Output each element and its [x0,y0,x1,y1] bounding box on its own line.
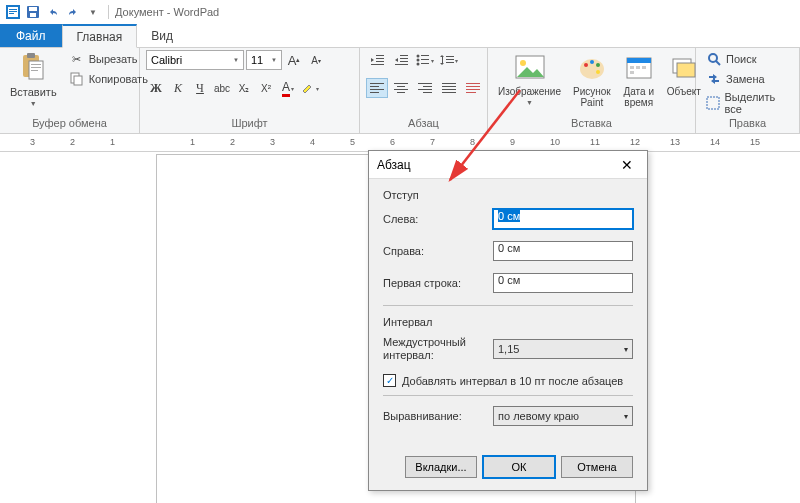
grow-font-button[interactable]: A▴ [284,50,304,70]
qat-customize-icon[interactable]: ▼ [84,3,102,21]
svg-rect-7 [30,13,36,17]
svg-rect-48 [442,89,456,90]
svg-rect-66 [630,71,634,74]
svg-rect-11 [31,64,41,65]
svg-rect-3 [9,11,17,12]
svg-point-60 [596,70,600,74]
insert-image-button[interactable]: Изображение▼ [494,50,565,108]
svg-rect-37 [370,92,379,93]
redo-icon[interactable] [64,3,82,21]
svg-rect-22 [400,61,408,62]
svg-rect-62 [627,58,651,63]
tab-view[interactable]: Вид [137,24,188,47]
close-button[interactable]: ✕ [615,153,639,177]
italic-button[interactable]: К [168,78,188,98]
align-left-button[interactable] [366,78,388,98]
svg-rect-45 [423,92,432,93]
shrink-font-button[interactable]: A▾ [306,50,326,70]
insert-paint-button[interactable]: Рисунок Paint [569,50,615,110]
svg-rect-4 [9,13,14,14]
dialog-titlebar: Абзац ✕ [369,151,647,179]
paragraph-dialog-button[interactable] [462,78,484,98]
tabs-button[interactable]: Вкладки... [405,456,477,478]
save-icon[interactable] [24,3,42,21]
chevron-down-icon: ▾ [624,345,628,354]
left-indent-label: Слева: [383,213,493,225]
underline-button[interactable]: Ч [190,78,210,98]
svg-point-24 [417,55,420,58]
window-title: Документ - WordPad [115,6,219,18]
tab-home[interactable]: Главная [62,24,138,48]
line-spacing-button[interactable]: ▾ [438,50,460,70]
svg-rect-52 [466,89,480,90]
increase-indent-button[interactable] [390,50,412,70]
copy-button[interactable]: Копировать [65,70,152,88]
alignment-label: Выравнивание: [383,410,493,422]
svg-rect-39 [397,86,405,87]
svg-line-70 [716,61,720,65]
svg-point-69 [709,54,717,62]
svg-rect-18 [376,61,384,62]
subscript-button[interactable]: X₂ [234,78,254,98]
firstline-indent-label: Первая строка: [383,277,493,289]
svg-rect-33 [446,62,454,63]
group-insert-label: Вставка [494,117,689,131]
chevron-down-icon: ▼ [233,57,239,63]
tab-file[interactable]: Файл [0,24,62,47]
svg-rect-15 [74,76,82,85]
font-name-combo[interactable]: Calibri▼ [146,50,244,70]
app-icon[interactable] [4,3,22,21]
indent-section-label: Отступ [383,189,633,201]
svg-rect-68 [677,63,695,77]
ribbon-tabs: Файл Главная Вид [0,24,800,48]
group-font: Calibri▼ 11▼ A▴ A▾ Ж К Ч abc X₂ X² A▾ ▾ … [140,48,360,133]
linespacing-combo[interactable]: 1,15▾ [493,339,633,359]
bullets-button[interactable]: ▾ [414,50,436,70]
svg-rect-32 [446,59,454,60]
paste-label: Вставить [10,86,57,98]
svg-rect-25 [421,55,429,56]
decrease-indent-button[interactable] [366,50,388,70]
group-paragraph: ▾ ▾ Абзац [360,48,488,133]
svg-rect-38 [394,83,408,84]
paste-icon [17,52,49,84]
svg-rect-41 [397,92,405,93]
strikethrough-button[interactable]: abc [212,78,232,98]
cancel-button[interactable]: Отмена [561,456,633,478]
replace-button[interactable]: Замена [702,70,793,88]
alignment-combo[interactable]: по левому краю▾ [493,406,633,426]
bold-button[interactable]: Ж [146,78,166,98]
undo-icon[interactable] [44,3,62,21]
align-center-button[interactable] [390,78,412,98]
svg-rect-16 [376,55,384,56]
group-clipboard-label: Буфер обмена [6,117,133,131]
paste-button[interactable]: Вставить ▼ [6,50,61,109]
insert-datetime-button[interactable]: Дата и время [619,50,659,110]
svg-point-57 [584,63,588,67]
find-button[interactable]: Поиск [702,50,793,68]
svg-rect-30 [442,57,443,63]
group-clipboard: Вставить ▼ ✂Вырезать Копировать Буфер об… [0,48,140,133]
svg-rect-47 [442,86,456,87]
ok-button[interactable]: ОК [483,456,555,478]
svg-rect-53 [466,92,476,93]
svg-rect-13 [31,70,38,71]
firstline-indent-input[interactable]: 0 см [493,273,633,293]
svg-rect-49 [442,92,456,93]
superscript-button[interactable]: X² [256,78,276,98]
right-indent-input[interactable]: 0 см [493,241,633,261]
svg-rect-23 [395,64,408,65]
font-color-button[interactable]: A▾ [278,78,298,98]
highlight-button[interactable]: ▾ [300,78,320,98]
chevron-down-icon: ▾ [316,85,319,92]
selectall-button[interactable]: Выделить все [702,90,793,116]
font-size-combo[interactable]: 11▼ [246,50,282,70]
addspace-checkbox[interactable]: ✓ [383,374,396,387]
chevron-down-icon: ▾ [291,85,294,92]
align-justify-button[interactable] [438,78,460,98]
left-indent-input[interactable]: 0 см [493,209,633,229]
align-right-button[interactable] [414,78,436,98]
svg-rect-63 [630,66,634,69]
search-icon [706,51,722,67]
cut-button[interactable]: ✂Вырезать [65,50,152,68]
